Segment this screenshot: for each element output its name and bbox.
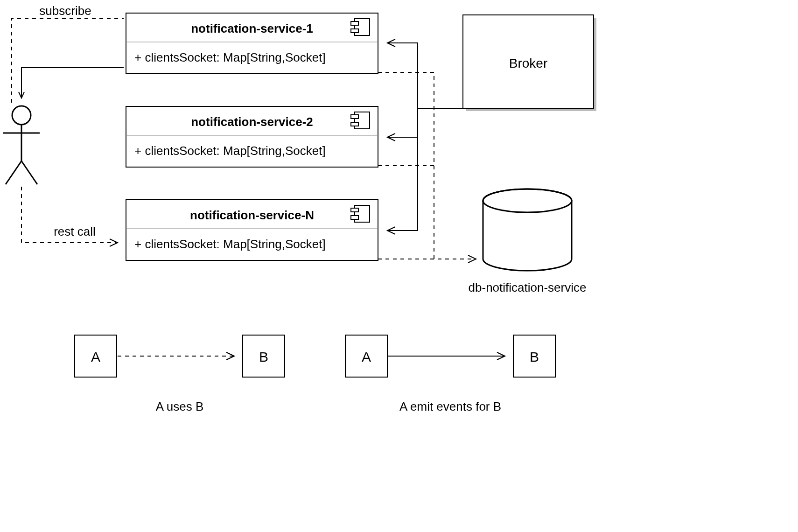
legend-uses-caption: A uses B [156, 399, 204, 413]
service2-title: notification-service-2 [191, 115, 313, 129]
broker-title: Broker [509, 56, 547, 70]
svg-rect-19 [351, 216, 358, 219]
db-title: db-notification-service [469, 280, 587, 294]
legend-emits: A B A emit events for B [345, 335, 555, 413]
label-restcall: rest call [54, 224, 96, 238]
component-notification-service-n: notification-service-N + clientsSocket: … [126, 200, 378, 260]
legend-a-2: A [362, 349, 371, 364]
svg-rect-8 [351, 21, 358, 25]
node-broker: Broker [463, 15, 596, 111]
edge-subscribe [12, 19, 124, 103]
diagram-svg: notification-service-1 + clientsSocket: … [0, 0, 798, 532]
service2-attr: + clientsSocket: Map[String,Socket] [134, 144, 326, 158]
svg-rect-14 [351, 122, 358, 126]
svg-rect-18 [351, 208, 358, 212]
legend-b-1: B [259, 349, 268, 364]
edge-broker-to-services [387, 43, 463, 231]
svg-line-3 [6, 161, 21, 184]
actor-icon [3, 106, 40, 184]
serviceN-title: notification-service-N [190, 208, 314, 222]
component-notification-service-2: notification-service-2 + clientsSocket: … [126, 106, 378, 167]
legend-b-2: B [530, 349, 539, 364]
svg-rect-9 [351, 29, 358, 33]
service1-attr: + clientsSocket: Map[String,Socket] [134, 50, 326, 64]
svg-rect-13 [351, 115, 358, 119]
service1-title: notification-service-1 [191, 21, 313, 35]
legend-uses: A B A uses B [75, 335, 285, 413]
diagram-root: notification-service-1 + clientsSocket: … [0, 0, 798, 532]
label-subscribe: subscribe [39, 4, 91, 18]
legend-emits-caption: A emit events for B [399, 399, 501, 413]
component-notification-service-1: notification-service-1 + clientsSocket: … [126, 13, 378, 74]
serviceN-attr: + clientsSocket: Map[String,Socket] [134, 237, 326, 251]
svg-point-0 [12, 106, 31, 125]
legend-a-1: A [91, 349, 100, 364]
svg-line-4 [21, 161, 37, 184]
node-database [483, 189, 572, 271]
